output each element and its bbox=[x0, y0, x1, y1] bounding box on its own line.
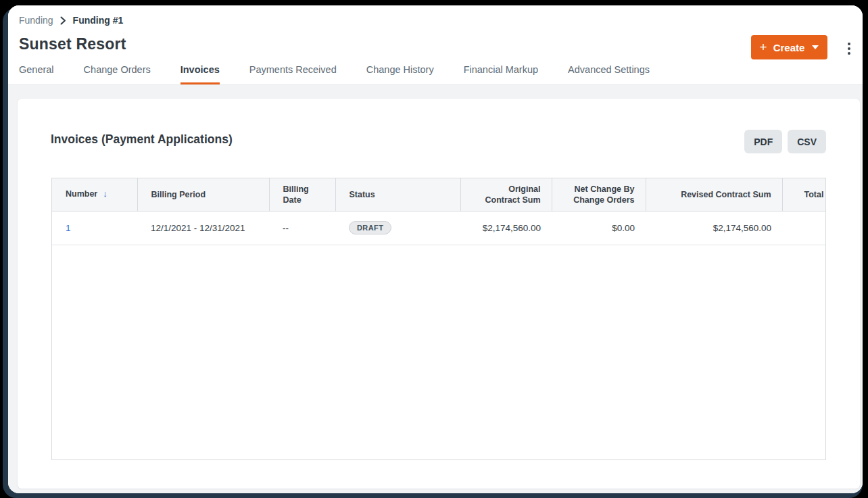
status-badge: DRAFT bbox=[349, 221, 391, 234]
column-header-billing-date: Billing Date bbox=[269, 178, 335, 211]
invoices-table: Number↓ Billing Period Billing Date Stat… bbox=[51, 178, 826, 460]
breadcrumb-funding-link[interactable]: Funding bbox=[19, 15, 53, 26]
sort-desc-icon: ↓ bbox=[103, 189, 107, 199]
column-header-status: Status bbox=[335, 178, 460, 211]
page-header: Funding Funding #1 Sunset Resort + Creat… bbox=[8, 5, 863, 84]
tab-invoices[interactable]: Invoices bbox=[180, 64, 220, 84]
page-title: Sunset Resort bbox=[19, 35, 126, 53]
create-button-label: Create bbox=[773, 42, 805, 53]
billing-date-cell: -- bbox=[269, 211, 335, 245]
export-buttons: PDF CSV bbox=[744, 130, 826, 153]
chevron-right-icon bbox=[60, 16, 66, 25]
column-header-total-clipped: Total C bbox=[782, 178, 826, 211]
chevron-down-icon bbox=[812, 45, 819, 49]
tab-change-history[interactable]: Change History bbox=[366, 64, 434, 84]
breadcrumb: Funding Funding #1 bbox=[19, 15, 123, 26]
total-clipped-cell bbox=[782, 211, 826, 245]
plus-icon: + bbox=[760, 41, 767, 53]
column-header-original-contract-sum: Original Contract Sum bbox=[460, 178, 552, 211]
app-window: Funding Funding #1 Sunset Resort + Creat… bbox=[8, 5, 863, 493]
column-header-billing-period: Billing Period bbox=[137, 178, 269, 211]
content-area: Invoices (Payment Applications) PDF CSV bbox=[8, 84, 863, 493]
tab-payments-received[interactable]: Payments Received bbox=[249, 64, 337, 84]
tab-advanced-settings[interactable]: Advanced Settings bbox=[568, 64, 650, 84]
net-change-cell: $0.00 bbox=[552, 211, 646, 245]
tab-bar: General Change Orders Invoices Payments … bbox=[19, 64, 650, 84]
invoice-row[interactable]: 1 12/1/2021 - 12/31/2021 -- DRAFT $2,174… bbox=[52, 211, 826, 245]
tab-financial-markup[interactable]: Financial Markup bbox=[464, 64, 538, 84]
invoice-number-cell: 1 bbox=[52, 211, 137, 245]
tab-general[interactable]: General bbox=[19, 64, 54, 84]
invoice-number-link[interactable]: 1 bbox=[66, 223, 71, 233]
table-header-row: Number↓ Billing Period Billing Date Stat… bbox=[52, 178, 826, 211]
breadcrumb-current: Funding #1 bbox=[73, 15, 124, 26]
column-header-net-change: Net Change By Change Orders bbox=[552, 178, 646, 211]
kebab-menu-icon[interactable] bbox=[841, 41, 857, 57]
create-button[interactable]: + Create bbox=[751, 35, 827, 59]
revised-contract-sum-cell: $2,174,560.00 bbox=[646, 211, 782, 245]
column-header-revised-contract-sum: Revised Contract Sum bbox=[646, 178, 782, 211]
original-contract-sum-cell: $2,174,560.00 bbox=[460, 211, 552, 245]
invoices-card-heading: Invoices (Payment Applications) bbox=[51, 132, 233, 147]
column-header-number[interactable]: Number↓ bbox=[52, 178, 137, 211]
status-cell: DRAFT bbox=[335, 211, 460, 245]
pdf-export-button[interactable]: PDF bbox=[744, 130, 782, 153]
invoices-card: Invoices (Payment Applications) PDF CSV bbox=[18, 99, 860, 489]
billing-period-cell: 12/1/2021 - 12/31/2021 bbox=[137, 211, 269, 245]
csv-export-button[interactable]: CSV bbox=[788, 130, 826, 153]
tab-change-orders[interactable]: Change Orders bbox=[84, 64, 151, 84]
